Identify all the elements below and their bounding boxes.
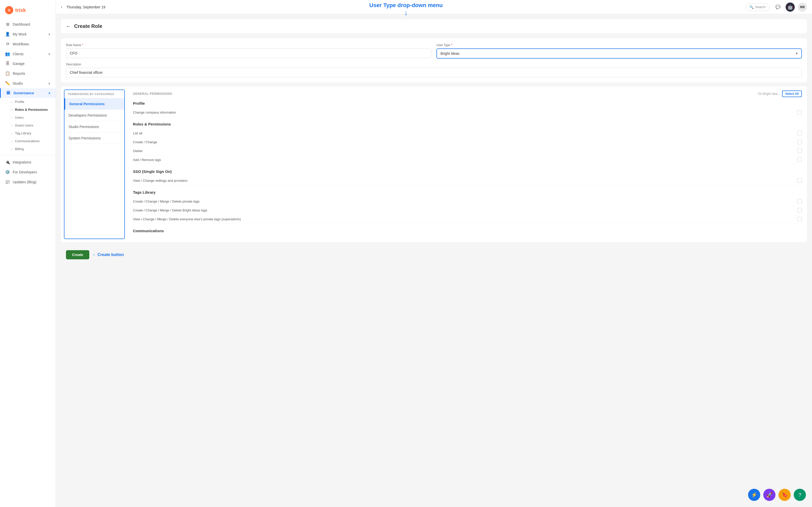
permission-item-add-remove-tags: Add / Remove tags	[133, 155, 802, 164]
chat-icon-button[interactable]: 💬	[773, 3, 782, 12]
categories-panel: PERMISSIONS BY CATEGORIES General Permis…	[64, 90, 125, 239]
permission-label: Add / Remove tags	[133, 158, 161, 162]
sidebar-item-label: Studio	[13, 81, 23, 86]
permission-checkbox[interactable]	[797, 157, 802, 162]
logo[interactable]: ⊙ trisk	[0, 4, 56, 19]
logo-icon: ⊙	[5, 6, 13, 14]
permission-checkbox[interactable]	[797, 110, 802, 115]
developers-icon: ⚙️	[5, 170, 10, 174]
sidebar-item-for-developers[interactable]: ⚙️ For Developers	[0, 167, 56, 177]
permission-checkbox[interactable]	[797, 178, 802, 183]
permission-item-create-change: Create / Change	[133, 138, 802, 147]
sidebar-sub-item-profile[interactable]: Profile	[10, 98, 56, 106]
topbar-back-button[interactable]: ‹	[61, 4, 62, 10]
page-header: ← Create Role	[61, 19, 807, 33]
sidebar-item-integrations[interactable]: 🔌 Integrations	[0, 157, 56, 167]
topbar-icons: 💬 🤖 MB	[773, 3, 807, 12]
sidebar-item-label: Reports	[13, 71, 25, 75]
search-label: Search	[755, 5, 766, 9]
permission-checkbox[interactable]	[797, 217, 802, 221]
search-icon: 🔍	[749, 5, 754, 9]
clients-icon: 👥	[5, 51, 10, 56]
sidebar-item-workflows[interactable]: ⟳ Workflows	[0, 39, 56, 49]
ai-avatar[interactable]: 🤖	[785, 3, 795, 12]
user-avatar[interactable]: MB	[798, 3, 807, 12]
permissions-panel: GENERAL PERMISSIONS On Bright Idea... Se…	[128, 87, 807, 242]
sidebar-item-label: Updates (Blog)	[13, 180, 36, 184]
create-role-form: Role Name * User Type * Bright Ideas Sta…	[61, 38, 807, 82]
description-input[interactable]	[66, 68, 802, 77]
user-type-select[interactable]: Bright Ideas Standard Admin	[437, 48, 802, 59]
sidebar-item-label: Dashboard	[13, 22, 30, 26]
sidebar-item-label: My Work	[13, 32, 27, 36]
category-item-studio[interactable]: Studio Permissions	[64, 121, 124, 132]
sidebar: ⊙ trisk ⊞ Dashboard 👤 My Work ∨ ⟳ Workfl…	[0, 0, 56, 507]
chevron-icon: ∨	[48, 33, 50, 36]
sidebar-sub-item-billing[interactable]: Billing	[10, 145, 56, 153]
user-type-select-wrapper: Bright Ideas Standard Admin ▼	[437, 48, 802, 59]
sidebar-sub-item-guest-users[interactable]: Guest Users	[10, 121, 56, 129]
search-bar[interactable]: 🔍 Search	[746, 3, 769, 11]
permission-checkbox[interactable]	[797, 140, 802, 144]
required-indicator: *	[451, 43, 452, 47]
workflows-icon: ⟳	[5, 42, 10, 46]
permission-item-list-all: List all	[133, 129, 802, 138]
fab-bookmark[interactable]: 🔖	[778, 489, 791, 501]
sidebar-item-updates-blog[interactable]: 📰 Updates (Blog)	[0, 177, 56, 187]
category-item-system[interactable]: System Permissions	[64, 132, 124, 144]
sidebar-item-studio[interactable]: ✏️ Studio ∨	[0, 78, 56, 88]
permission-label: View / Change settings and providers	[133, 179, 188, 182]
permission-group-roles: Roles & Permissions List all Create / Ch…	[133, 122, 802, 164]
permission-label: List all	[133, 131, 142, 135]
categories-header: PERMISSIONS BY CATEGORIES	[64, 90, 124, 98]
sidebar-sub-item-communications[interactable]: Communications	[10, 137, 56, 145]
sidebar-sub-item-roles[interactable]: Roles & Permissions	[10, 106, 56, 114]
page-back-button[interactable]: ←	[66, 23, 71, 29]
studio-icon: ✏️	[5, 81, 10, 86]
permission-group-title-tags: Tags Library	[133, 190, 802, 194]
create-annotation: ← Create button	[92, 252, 124, 257]
chevron-icon: ∨	[48, 52, 50, 56]
permission-checkbox[interactable]	[797, 131, 802, 135]
topbar: ‹ Thursday, September 19 🔍 Search 💬 🤖 MB	[56, 0, 812, 14]
permissions-panel-header: GENERAL PERMISSIONS On Bright Idea... Se…	[133, 91, 802, 97]
description-label: Description	[66, 63, 802, 66]
permission-group-title-roles: Roles & Permissions	[133, 122, 802, 126]
bottom-bar: Create ← Create button	[61, 246, 807, 263]
permission-item-bright-ideas-tags: Create / Change / Merge / Delete Bright …	[133, 206, 802, 215]
sidebar-item-my-work[interactable]: 👤 My Work ∨	[0, 29, 56, 39]
permissions-panel-title: GENERAL PERMISSIONS	[133, 92, 172, 96]
permissions-section: PERMISSIONS BY CATEGORIES General Permis…	[61, 87, 807, 242]
role-name-label: Role Name *	[66, 43, 432, 47]
fab-question[interactable]: ?	[794, 489, 806, 501]
sidebar-item-clients[interactable]: 👥 Clients ∨	[0, 49, 56, 59]
permission-item-change-company: Change company information	[133, 108, 802, 117]
permission-label: Change company information	[133, 111, 176, 114]
fab-rocket[interactable]: 🚀	[763, 489, 775, 501]
role-name-group: Role Name *	[66, 43, 432, 59]
permission-checkbox[interactable]	[797, 149, 802, 153]
fab-container: ⚡ 🚀 🔖 ?	[748, 489, 806, 501]
permission-checkbox[interactable]	[797, 208, 802, 213]
permission-label: Create / Change / Merge / Delete Bright …	[133, 208, 207, 212]
sidebar-sub-item-users[interactable]: Users	[10, 114, 56, 121]
category-item-developers[interactable]: Developers Permissions	[64, 110, 124, 121]
sidebar-item-reports[interactable]: 📋 Reports	[0, 68, 56, 78]
role-name-input[interactable]	[66, 48, 432, 58]
create-button[interactable]: Create	[66, 250, 89, 259]
sidebar-item-garage[interactable]: 🗄 Garage	[0, 59, 56, 68]
sidebar-item-dashboard[interactable]: ⊞ Dashboard	[0, 19, 56, 29]
select-all-button[interactable]: Select All	[782, 91, 802, 97]
sidebar-item-governance[interactable]: 🏛 Governance ∧	[0, 88, 56, 98]
permission-checkbox[interactable]	[797, 199, 802, 204]
governance-icon: 🏛	[6, 91, 11, 95]
category-item-general[interactable]: General Permissions	[64, 98, 124, 110]
permission-label: View / Change / Merge / Delete everyone …	[133, 217, 241, 221]
form-row-top: Role Name * User Type * Bright Ideas Sta…	[66, 43, 802, 59]
my-work-icon: 👤	[5, 32, 10, 37]
sidebar-item-label: Clients	[13, 52, 23, 56]
sidebar-sub-item-tag-library[interactable]: Tag Library	[10, 129, 56, 137]
fab-lightning[interactable]: ⚡	[748, 489, 760, 501]
sidebar-item-label: Integrations	[13, 160, 31, 164]
page-body: ← Create Role Role Name * User Type *	[56, 14, 812, 507]
